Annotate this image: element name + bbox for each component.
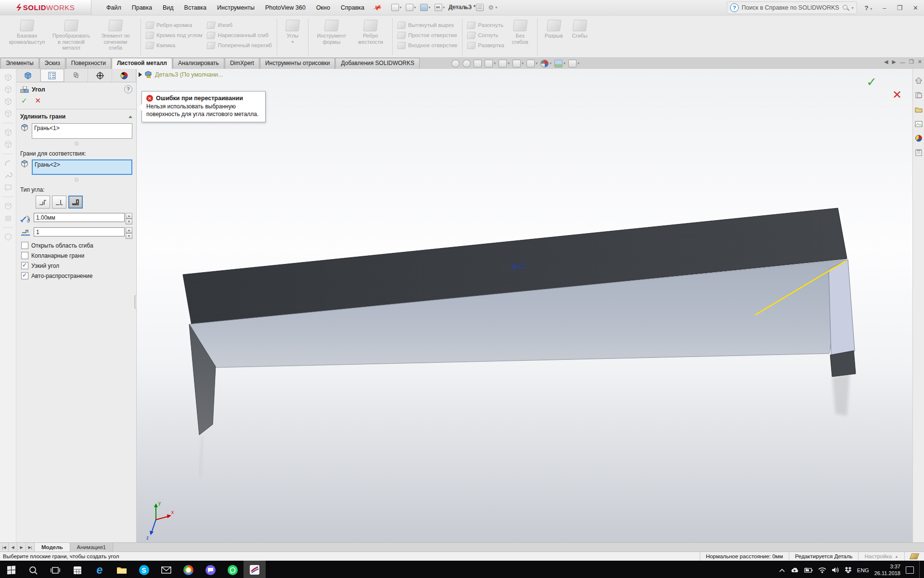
corner-type-butt-button[interactable] [36,196,50,209]
scroll-next-icon[interactable]: ▶ [17,543,26,552]
mail-button[interactable] [155,561,177,578]
hem-button[interactable]: Каемка [144,41,204,50]
custom-properties-icon[interactable] [915,149,923,157]
tab-animation1[interactable]: Анимация1 [70,543,113,552]
spinner-down-icon[interactable]: ▼ [126,219,132,224]
collapse-left-icon[interactable]: ◀ [884,59,888,65]
tab-dimxpert-manager[interactable] [88,69,112,82]
corners-button[interactable]: Углы▼ [280,17,305,44]
checkbox-coplanar-faces[interactable]: Копланарные грани [16,250,136,261]
apply-scene-button[interactable]: ▾ [554,60,565,67]
wifi-icon[interactable] [818,567,826,573]
monitor-icon[interactable] [4,184,13,191]
show-desktop-button[interactable] [919,561,922,578]
tab-feature-tree[interactable] [16,69,40,82]
tab-property-manager[interactable] [40,69,64,82]
battery-icon[interactable] [804,567,813,573]
tab-sheet-metal[interactable]: Листовой металл [112,58,172,69]
tab-evaluate[interactable]: Анализировать [173,58,224,69]
search-button[interactable] [22,561,44,578]
feature-icon[interactable] [4,110,13,118]
feature-icon[interactable] [4,202,13,210]
restore-button[interactable]: ❐ [894,3,905,13]
extruded-cut-button[interactable]: Вытянутый вырез [396,21,459,29]
solidworks-taskbar-button[interactable] [244,561,266,578]
tab-dimxpert[interactable]: DimXpert [225,58,259,69]
tab-appearances[interactable] [112,69,136,82]
part-right-bottom-flap[interactable] [830,351,856,377]
graphics-viewport[interactable]: x y z ! Деталь3 (По умолчани... ✕ [137,69,912,542]
display-style-button[interactable]: ▾ [513,60,524,67]
feature-icon[interactable] [4,129,13,136]
section-view-button[interactable]: ▾ [485,60,496,67]
unfold-button[interactable]: Разогнуть [465,21,506,29]
file-explorer-icon[interactable] [915,105,923,113]
chrome-button[interactable] [177,561,199,578]
checkbox-icon[interactable] [21,262,28,269]
simple-hole-button[interactable]: Простое отверстие [396,31,459,39]
app-grid-button[interactable] [66,561,89,578]
menu-window[interactable]: Окно [312,2,334,13]
menu-tools[interactable]: Инструменты [213,2,259,13]
minimize-button[interactable]: – [880,3,889,13]
corner-type-underlap-button[interactable] [68,196,83,209]
dropbox-icon[interactable] [845,567,852,573]
lofted-bend-button[interactable]: Элемент по сечениям сгиба [93,17,138,51]
confirmation-ok-button[interactable]: ✓ [866,75,877,90]
feature-icon[interactable] [4,214,13,222]
flyout-feature-tree[interactable]: ! Деталь3 (По умолчани... [139,71,223,78]
task-view-button[interactable] [44,561,66,578]
spinner-up-icon[interactable]: ▲ [126,213,132,219]
feature-icon[interactable] [4,74,13,81]
gap-spinner[interactable]: ▲▼ [126,213,132,224]
help-button[interactable]: ? ▾ [862,3,875,13]
action-center-icon[interactable] [906,566,914,574]
base-flange-button[interactable]: Базовая кромка/выступ [5,17,49,45]
checkbox-auto-propagation[interactable]: Авто-распространение [16,271,136,281]
tree-expand-icon[interactable] [139,72,142,77]
feature-icon[interactable] [4,141,13,148]
rib-button[interactable]: Ребро жесткости [352,17,389,45]
tab-sketch-tools[interactable]: Инструменты отрисовки [260,58,335,69]
tree-root-label[interactable]: Деталь3 (По умолчани... [155,71,223,78]
tray-expand-icon[interactable] [779,568,785,572]
tab-solidworks-addins[interactable]: Добавления SOLIDWORKS [335,58,420,69]
tab-features[interactable]: Элементы [0,58,39,69]
no-bends-button[interactable]: Без сгибов [506,17,534,45]
flat-pattern-button[interactable]: Развертка [465,41,506,50]
tab-configurations[interactable] [64,69,89,82]
tab-sketch[interactable]: Эскиз [39,58,65,69]
search-dropdown-icon[interactable]: ▾ [852,6,854,10]
view-list-button[interactable] [475,3,485,12]
gap-distance-input[interactable]: 1.00мм [34,213,125,222]
tab-surfaces[interactable]: Поверхности [66,58,111,69]
feature-icon[interactable] [4,86,13,93]
checkbox-open-bend-region[interactable]: Открыть область сгиба [16,240,136,250]
scroll-prev-icon[interactable]: ◀ [9,543,17,552]
open-button[interactable]: ▾ [404,3,417,12]
pin-menu-icon[interactable]: 📌 [372,2,383,12]
language-indicator[interactable]: ENG [857,567,869,573]
spinner-up-icon[interactable]: ▲ [126,227,132,233]
skype-button[interactable]: S [133,561,155,578]
save-button[interactable]: ▾ [419,3,432,12]
previous-view-button[interactable] [474,60,482,67]
hide-show-items-button[interactable]: ▾ [526,60,538,67]
pm-cancel-button[interactable]: ✕ [35,96,41,105]
doc-minimize-button[interactable]: — [900,59,905,65]
jog-button[interactable]: Изгиб [205,21,274,29]
checkbox-icon[interactable] [21,252,28,259]
cross-break-button[interactable]: Поперечный перегиб [205,41,274,50]
match-faces-listbox[interactable]: Грань<2> [32,159,132,175]
edge-flange-button[interactable]: Ребро-кромка [144,21,204,29]
pm-help-button[interactable]: ? [124,85,132,93]
menu-edit[interactable]: Правка [128,2,156,13]
feature-icon[interactable] [4,233,13,241]
status-customize[interactable]: Настройка▲ [858,552,904,561]
solidworks-resources-icon[interactable] [915,77,923,84]
file-explorer-button[interactable] [111,561,133,578]
checkbox-icon[interactable] [21,242,28,249]
view-palette-icon[interactable] [915,120,923,128]
onedrive-icon[interactable] [790,567,799,573]
menu-view[interactable]: Вид [158,2,178,13]
